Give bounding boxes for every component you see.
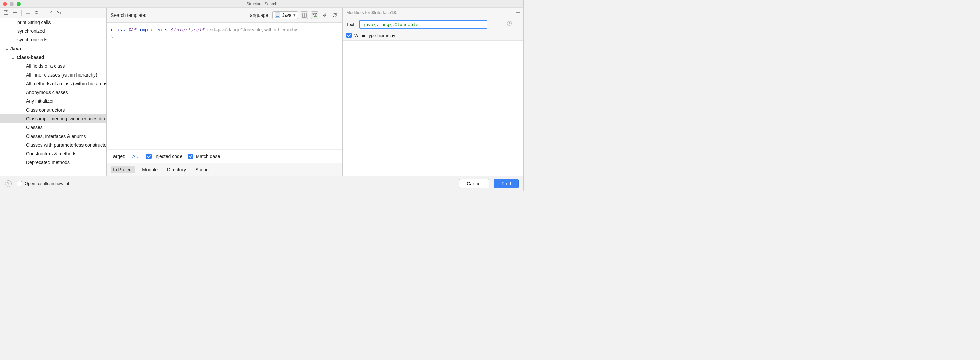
tree-item-selected[interactable]: Class implementing two interfaces direct… bbox=[0, 114, 107, 123]
tree-item[interactable]: synchronized bbox=[0, 27, 107, 35]
scope-tab-module[interactable]: Module bbox=[140, 166, 160, 173]
save-template-icon[interactable] bbox=[2, 9, 10, 16]
tree-item[interactable]: All fields of a class bbox=[0, 62, 107, 70]
within-hierarchy-input[interactable] bbox=[346, 33, 352, 38]
chevron-down-icon: ⌄ bbox=[10, 53, 16, 61]
titlebar: Structural Search bbox=[0, 0, 523, 8]
modifiers-title: Modifiers for $Interface1$: bbox=[343, 8, 523, 18]
language-select[interactable]: Java ▾ bbox=[272, 11, 298, 19]
modifiers-body bbox=[343, 40, 523, 176]
find-button[interactable]: Find bbox=[494, 179, 519, 189]
tree-item[interactable]: Anonymous classes bbox=[0, 88, 107, 97]
injected-code-checkbox[interactable]: Injected code bbox=[146, 154, 182, 159]
separator bbox=[43, 10, 43, 16]
tree-item[interactable]: Classes, interfaces & enums bbox=[0, 132, 107, 141]
modifier-text-row: Text= ? bbox=[343, 18, 523, 31]
chevron-down-icon: ⌄ bbox=[5, 45, 10, 53]
sidebar: print String calls synchronized synchron… bbox=[0, 8, 107, 176]
remove-modifier-icon[interactable] bbox=[516, 21, 521, 26]
within-hierarchy-checkbox[interactable]: Within type hierarchy bbox=[346, 33, 395, 38]
match-case-checkbox[interactable]: Match case bbox=[188, 154, 220, 159]
modifiers-panel: Modifiers for $Interface1$: Text= ? With… bbox=[343, 8, 523, 176]
match-case-input[interactable] bbox=[188, 154, 193, 159]
tree-item[interactable]: Deprecated methods bbox=[0, 158, 107, 167]
modifier-text-input[interactable] bbox=[360, 20, 487, 29]
java-file-icon bbox=[275, 13, 280, 18]
text-label: Text= bbox=[346, 22, 356, 27]
tree-item[interactable]: Any initializer bbox=[0, 97, 107, 106]
close-icon[interactable] bbox=[3, 2, 7, 6]
remove-template-icon[interactable] bbox=[11, 9, 19, 16]
separator bbox=[21, 10, 22, 16]
open-new-tab-input[interactable] bbox=[16, 181, 22, 186]
options-row: Target: A ⌄ Injected code Match case bbox=[107, 149, 342, 163]
dialog-structural-search: Structural Search print String calls syn… bbox=[0, 0, 524, 192]
pin-icon[interactable] bbox=[321, 11, 328, 19]
language-label: Language: bbox=[247, 13, 269, 18]
maximize-icon[interactable] bbox=[16, 2, 21, 6]
tree-item[interactable]: Classes with parameterless constructors bbox=[0, 141, 107, 149]
export-icon[interactable] bbox=[46, 9, 54, 16]
content: print String calls synchronized synchron… bbox=[0, 8, 523, 176]
template-tree[interactable]: print String calls synchronized synchron… bbox=[0, 18, 107, 176]
sidebar-toolbar bbox=[0, 8, 107, 18]
window-controls bbox=[3, 2, 21, 6]
language-value: Java bbox=[282, 13, 291, 18]
search-template-label: Search template: bbox=[111, 13, 146, 18]
svg-point-5 bbox=[315, 16, 317, 17]
tree-group-java[interactable]: ⌄Java bbox=[0, 44, 107, 53]
target-label: Target: bbox=[111, 154, 125, 159]
injected-code-input[interactable] bbox=[146, 154, 151, 159]
tree-item[interactable]: synchronized~ bbox=[0, 35, 107, 44]
import-icon[interactable] bbox=[55, 9, 62, 16]
toggle-view-icon[interactable] bbox=[301, 11, 308, 19]
tree-group-class-based[interactable]: ⌄Class-based bbox=[0, 53, 107, 62]
svg-rect-2 bbox=[276, 16, 279, 17]
tree-item[interactable]: Class constructors bbox=[0, 106, 107, 114]
svg-text:?: ? bbox=[508, 22, 510, 25]
target-select[interactable]: A ⌄ bbox=[130, 153, 141, 160]
collapse-all-icon[interactable] bbox=[33, 9, 40, 16]
tree-item[interactable]: print String calls bbox=[0, 18, 107, 27]
modifier-within-row: Within type hierarchy bbox=[343, 31, 523, 40]
cancel-button[interactable]: Cancel bbox=[459, 179, 489, 189]
dialog-footer: ? Open results in new tab Cancel Find bbox=[0, 176, 523, 191]
help-icon[interactable]: ? bbox=[5, 180, 12, 187]
scope-tab-project[interactable]: In Project bbox=[111, 166, 135, 173]
chevron-down-icon: ⌄ bbox=[137, 155, 139, 159]
refresh-icon[interactable] bbox=[331, 11, 339, 19]
expand-all-icon[interactable] bbox=[24, 9, 32, 16]
help-icon[interactable]: ? bbox=[506, 21, 512, 27]
tree-item[interactable]: Constructors & methods bbox=[0, 149, 107, 158]
template-editor[interactable]: class $A$ implements $Interface1$ text=j… bbox=[107, 22, 342, 149]
window-title: Structural Search bbox=[0, 2, 523, 6]
chevron-down-icon: ▾ bbox=[293, 13, 296, 18]
tree-item[interactable]: All methods of a class (within hierarchy… bbox=[0, 79, 107, 88]
scope-tab-directory[interactable]: Directory bbox=[165, 166, 188, 173]
add-modifier-icon[interactable] bbox=[515, 9, 521, 16]
minimize-icon bbox=[10, 2, 14, 6]
filter-icon[interactable] bbox=[311, 11, 318, 19]
tree-item[interactable]: All inner classes (within hierarchy) bbox=[0, 70, 107, 79]
main-panel: Search template: Language: Java ▾ class … bbox=[107, 8, 343, 176]
open-new-tab-checkbox[interactable]: Open results in new tab bbox=[16, 181, 71, 186]
main-header: Search template: Language: Java ▾ bbox=[107, 8, 342, 22]
scope-tab-scope[interactable]: Scope bbox=[193, 166, 211, 173]
scope-tabs: In Project Module Directory Scope bbox=[107, 163, 342, 176]
tree-item[interactable]: Classes bbox=[0, 123, 107, 132]
